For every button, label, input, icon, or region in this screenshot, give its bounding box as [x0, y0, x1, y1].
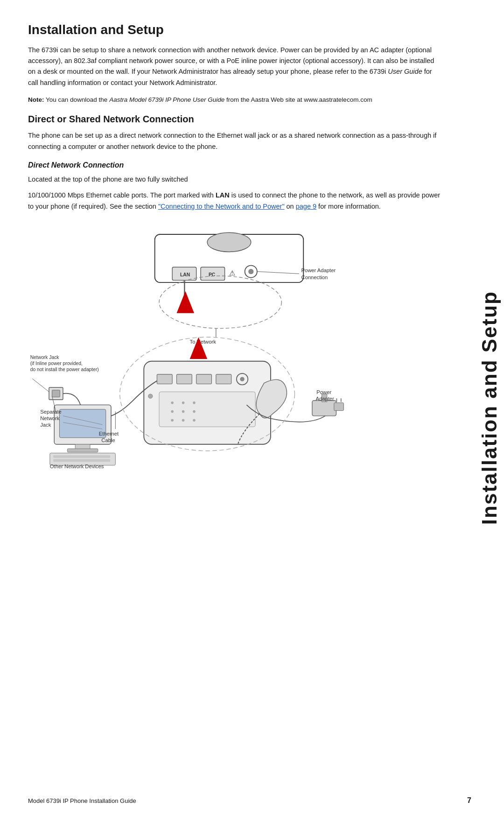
- section1-paragraph: The phone can be set up as a direct netw…: [28, 130, 443, 153]
- sidebar-label: Installation and Setup: [475, 0, 504, 816]
- link-page9[interactable]: page 9: [296, 203, 316, 210]
- lan-bold: LAN: [216, 191, 230, 199]
- svg-text:Cable: Cable: [101, 437, 115, 443]
- svg-text:To Network: To Network: [190, 339, 217, 345]
- svg-text:Power: Power: [316, 389, 331, 395]
- svg-rect-16: [177, 374, 192, 384]
- svg-text:do not install the power adapt: do not install the power adapter): [30, 367, 99, 372]
- svg-rect-15: [157, 374, 172, 384]
- svg-point-31: [182, 419, 185, 422]
- svg-point-7: [248, 269, 253, 274]
- sidebar-label-text: Installation and Setup: [478, 291, 501, 525]
- svg-rect-41: [53, 455, 110, 458]
- page-title: Installation and Setup: [28, 22, 443, 37]
- page-container: Installation and Setup Installation and …: [0, 0, 504, 816]
- footer-title: Model 6739i IP Phone Installation Guide: [28, 797, 136, 804]
- svg-line-54: [32, 379, 49, 392]
- svg-text:(if Inline power provided,: (if Inline power provided,: [30, 361, 83, 366]
- svg-text:Adapter: Adapter: [315, 396, 334, 401]
- svg-rect-17: [196, 374, 212, 384]
- svg-point-21: [148, 394, 153, 398]
- svg-text:Power Adapter: Power Adapter: [301, 267, 336, 273]
- svg-line-51: [257, 272, 299, 274]
- svg-rect-39: [67, 449, 98, 452]
- svg-point-8: [207, 232, 251, 252]
- footer-page-number: 7: [467, 796, 471, 805]
- svg-marker-10: [177, 291, 194, 313]
- section1-heading: Direct or Shared Network Connection: [28, 114, 443, 125]
- svg-text:Ethernet: Ethernet: [99, 431, 119, 436]
- svg-point-29: [193, 410, 196, 413]
- diagram-container: LAN PC ⚠ To Network: [28, 222, 443, 483]
- svg-rect-44: [52, 390, 60, 397]
- svg-text:⚠: ⚠: [229, 269, 235, 277]
- svg-text:PC: PC: [209, 272, 216, 277]
- svg-point-28: [182, 410, 185, 413]
- svg-point-20: [240, 377, 244, 381]
- body-text-1: Located at the top of the phone are two …: [28, 174, 443, 185]
- diagram-svg: LAN PC ⚠ To Network: [28, 222, 443, 483]
- svg-point-27: [171, 410, 174, 413]
- note-block: Note: You can download the Aastra Model …: [28, 95, 443, 105]
- svg-text:Connection: Connection: [301, 274, 328, 280]
- svg-point-25: [182, 401, 185, 404]
- svg-point-26: [193, 401, 196, 404]
- note-italic: Aastra Model 6739i IP Phone User Guide: [109, 96, 224, 103]
- note-label: Note:: [28, 96, 44, 103]
- svg-text:Network: Network: [40, 415, 60, 421]
- link-connecting[interactable]: "Connecting to the Network and to Power": [158, 203, 285, 210]
- svg-rect-45: [312, 401, 336, 416]
- svg-text:LAN: LAN: [180, 272, 190, 277]
- svg-rect-23: [159, 392, 255, 427]
- svg-rect-42: [53, 459, 110, 462]
- svg-text:Other Network Devices: Other Network Devices: [50, 464, 104, 469]
- svg-rect-18: [216, 374, 231, 384]
- svg-point-24: [171, 401, 174, 404]
- svg-point-30: [171, 419, 174, 422]
- svg-rect-47: [334, 403, 344, 411]
- svg-text:Jack: Jack: [40, 422, 51, 428]
- svg-point-32: [193, 419, 196, 422]
- subsection-heading: Direct Network Connection: [28, 161, 443, 169]
- main-content: Installation and Setup The 6739i can be …: [28, 22, 443, 483]
- svg-text:Separate: Separate: [40, 409, 62, 415]
- page-footer: Model 6739i IP Phone Installation Guide …: [28, 796, 471, 805]
- svg-point-11: [159, 276, 281, 328]
- svg-text:Network Jack: Network Jack: [30, 355, 60, 360]
- intro-paragraph: The 6739i can be setup to share a networ…: [28, 45, 443, 88]
- body-text-2: 10/100/1000 Mbps Ethernet cable ports. T…: [28, 190, 443, 212]
